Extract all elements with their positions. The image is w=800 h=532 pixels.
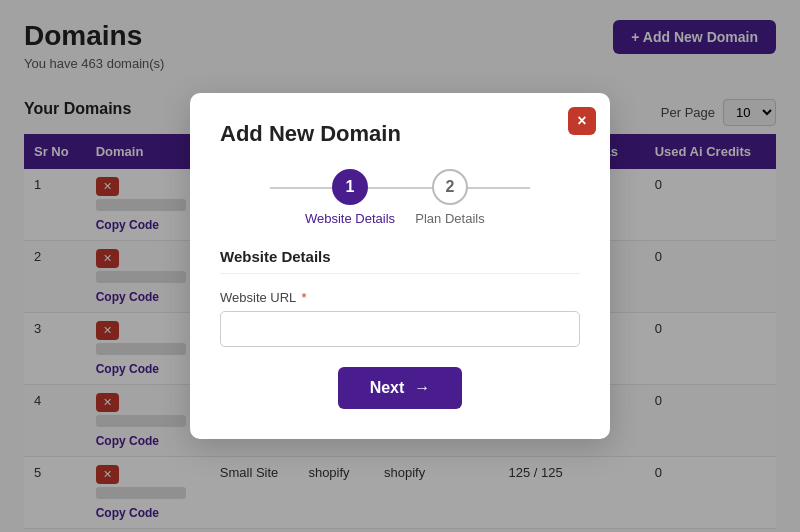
modal-title: Add New Domain bbox=[220, 121, 580, 147]
step-2-label: Plan Details bbox=[415, 211, 484, 226]
next-arrow-icon: → bbox=[414, 379, 430, 397]
step-2-number: 2 bbox=[446, 178, 455, 196]
modal-close-button[interactable]: × bbox=[568, 107, 596, 135]
website-url-label: Website URL * bbox=[220, 290, 580, 305]
step-2-circle: 2 bbox=[432, 169, 468, 205]
step-1-circle: 1 bbox=[332, 169, 368, 205]
modal-overlay: × Add New Domain 1 Website Details 2 Pla… bbox=[0, 0, 800, 532]
step-1-number: 1 bbox=[346, 178, 355, 196]
form-section-title: Website Details bbox=[220, 248, 580, 274]
steps-container: 1 Website Details 2 Plan Details bbox=[220, 169, 580, 226]
step-1-label: Website Details bbox=[305, 211, 395, 226]
step-2: 2 Plan Details bbox=[400, 169, 500, 226]
website-url-input[interactable] bbox=[220, 311, 580, 347]
required-indicator: * bbox=[302, 290, 307, 305]
step-1: 1 Website Details bbox=[300, 169, 400, 226]
website-url-group: Website URL * bbox=[220, 290, 580, 347]
next-button[interactable]: Next → bbox=[338, 367, 463, 409]
next-button-label: Next bbox=[370, 379, 405, 397]
add-new-domain-modal: × Add New Domain 1 Website Details 2 Pla… bbox=[190, 93, 610, 439]
close-icon: × bbox=[577, 112, 586, 130]
